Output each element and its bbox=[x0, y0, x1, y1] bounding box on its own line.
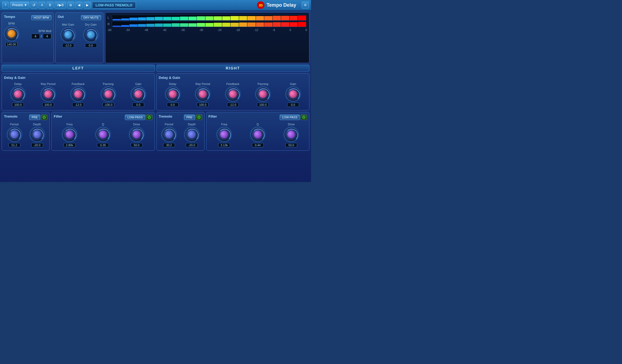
left-tremolo-pre-button[interactable]: PRE bbox=[29, 115, 40, 120]
header-title-area: ꝏ Tempo Delay ≡ bbox=[257, 1, 309, 9]
undo-button[interactable]: ↺ bbox=[30, 2, 37, 9]
bpm-mult-num2[interactable]: 4 bbox=[43, 34, 51, 39]
copy-button[interactable]: ⧉ bbox=[67, 2, 74, 9]
right-drive-inner bbox=[287, 131, 295, 138]
left-q-knob[interactable] bbox=[95, 127, 110, 142]
menu-button[interactable]: ≡ bbox=[302, 2, 309, 9]
left-tremolo-header: Tremolo PRE ⏻ bbox=[4, 114, 47, 120]
right-q-knob[interactable] bbox=[250, 127, 265, 142]
right-filter-type-button[interactable]: LOW-PASS bbox=[280, 115, 300, 120]
left-filter-type-button[interactable]: LOW-PASS bbox=[125, 115, 145, 120]
right-filter-controls: LOW-PASS ⏻ bbox=[280, 115, 307, 120]
left-freq-value: 2.80k bbox=[64, 143, 75, 147]
left-tremolo-controls: PRE ⏻ bbox=[29, 115, 47, 120]
left-depth-label: Depth bbox=[33, 123, 41, 126]
left-delay-knob[interactable] bbox=[10, 87, 25, 102]
right-drive-knob[interactable] bbox=[284, 127, 299, 142]
meter-scale-18: -18 bbox=[236, 29, 240, 32]
presets-button[interactable]: Presets ▼ bbox=[10, 2, 30, 9]
right-tremolo-power-button[interactable]: ⏻ bbox=[196, 115, 202, 120]
left-tremolo-power-button[interactable]: ⏻ bbox=[41, 115, 47, 120]
meter-l-bar bbox=[112, 15, 307, 21]
header-controls: ? Presets ▼ ↺ A B A▶B ⧉ ◀ ▶ LOW-PASS TRE… bbox=[2, 2, 136, 9]
right-tremolo-label: Tremolo bbox=[159, 114, 172, 118]
left-filter-power-button[interactable]: ⏻ bbox=[146, 115, 152, 120]
nav-next-button[interactable]: ▶ bbox=[84, 2, 91, 9]
left-panning-knob[interactable] bbox=[101, 87, 116, 102]
preset-name: LOW-PASS TREMOLO bbox=[92, 2, 136, 9]
left-feedback-inner bbox=[74, 90, 82, 98]
right-channel-header: RIGHT bbox=[156, 65, 310, 72]
ab-copy-button[interactable]: A▶B bbox=[55, 2, 66, 9]
right-delay-inner bbox=[169, 90, 176, 98]
right-delay-gain-section: Delay & Gain Delay 0.0 Rep Period bbox=[156, 73, 310, 110]
wet-gain-container: Wet Gain -12.0 bbox=[61, 23, 76, 48]
right-filter-header: Filter LOW-PASS ⏻ bbox=[209, 114, 307, 120]
help-button[interactable]: ? bbox=[2, 2, 9, 9]
bpm-mult-num1[interactable]: 4 bbox=[31, 34, 40, 39]
right-depth-label: Depth bbox=[188, 123, 195, 126]
left-feedback-container: Feedback -12.0 bbox=[71, 82, 86, 107]
left-q-label: Q bbox=[102, 123, 104, 126]
left-depth-knob[interactable] bbox=[30, 127, 45, 142]
header: ? Presets ▼ ↺ A B A▶B ⧉ ◀ ▶ LOW-PASS TRE… bbox=[0, 0, 311, 11]
meter-display: L bbox=[107, 15, 307, 61]
right-gain-value: 0.0 bbox=[287, 103, 299, 107]
meter-scale-6: -6 bbox=[273, 29, 275, 32]
right-delay-gain-knobs: Delay 0.0 Rep Period 100.0 bbox=[159, 81, 307, 108]
right-rep-period-label: Rep Period bbox=[195, 82, 210, 86]
right-depth-value: -20.0 bbox=[186, 143, 198, 147]
left-drive-knob[interactable] bbox=[129, 127, 144, 142]
ab-button-a[interactable]: A bbox=[39, 2, 45, 9]
left-q-value: 0.35 bbox=[97, 143, 109, 147]
meter-scale: -60 -54 -48 -42 -36 -30 -24 -18 -12 -6 0… bbox=[107, 29, 307, 32]
meter-scale-6pos: 6 bbox=[305, 29, 307, 32]
left-feedback-knob[interactable] bbox=[71, 87, 86, 102]
ab-button-b[interactable]: B bbox=[47, 2, 53, 9]
out-label: Out bbox=[58, 15, 64, 19]
right-rep-period-knob[interactable] bbox=[195, 87, 210, 102]
right-freq-knob[interactable] bbox=[217, 127, 232, 142]
right-tremolo-knobs: Period 30.2 Depth bbox=[159, 122, 202, 148]
dry-mute-button[interactable]: DRY MUTE bbox=[81, 15, 101, 20]
presets-label: Presets bbox=[12, 3, 23, 7]
left-gain-knob[interactable] bbox=[131, 87, 146, 102]
right-feedback-knob[interactable] bbox=[225, 87, 240, 102]
left-feedback-label: Feedback bbox=[72, 82, 85, 86]
right-panning-knob[interactable] bbox=[255, 87, 270, 102]
nav-prev-button[interactable]: ◀ bbox=[75, 2, 83, 9]
left-feedback-value: -12.0 bbox=[72, 103, 84, 107]
right-delay-gain-label: Delay & Gain bbox=[159, 76, 307, 80]
left-period-container: Period 51.2 bbox=[7, 123, 22, 147]
right-gain-label: Gain bbox=[290, 82, 296, 86]
right-gain-knob[interactable] bbox=[286, 87, 301, 102]
right-period-label: Period bbox=[165, 123, 173, 126]
left-gain-container: Gain 0.0 bbox=[131, 82, 146, 107]
right-gain-container: Gain 0.0 bbox=[286, 82, 301, 107]
right-filter-power-button[interactable]: ⏻ bbox=[301, 115, 307, 120]
wet-gain-knob[interactable] bbox=[61, 27, 76, 42]
meter-scale-48: -48 bbox=[144, 29, 148, 32]
bpm-knob[interactable] bbox=[4, 26, 19, 41]
right-channel: RIGHT Delay & Gain Delay 0.0 Rep bbox=[156, 65, 310, 180]
tempo-header: Tempo HOST BPM bbox=[4, 15, 51, 20]
right-delay-knob[interactable] bbox=[165, 87, 180, 102]
left-period-label: Period bbox=[10, 123, 19, 126]
right-period-knob[interactable] bbox=[162, 127, 176, 142]
bpm-knob-inner bbox=[8, 30, 15, 37]
dry-gain-knob[interactable] bbox=[83, 27, 98, 42]
plugin-wrapper: ? Presets ▼ ↺ A B A▶B ⧉ ◀ ▶ LOW-PASS TRE… bbox=[0, 0, 311, 182]
left-delay-inner bbox=[14, 90, 22, 98]
right-tremolo-pre-button[interactable]: PRE bbox=[184, 115, 195, 120]
left-rep-period-knob[interactable] bbox=[41, 87, 56, 102]
right-feedback-value: -12.0 bbox=[227, 103, 239, 107]
right-q-inner bbox=[254, 131, 262, 138]
right-depth-knob[interactable] bbox=[184, 127, 199, 142]
meter-l-row: L bbox=[107, 15, 307, 21]
left-freq-knob[interactable] bbox=[62, 127, 77, 142]
left-freq-label: Freq bbox=[66, 123, 72, 126]
right-q-container: Q 0.44 bbox=[250, 123, 265, 147]
host-bpm-button[interactable]: HOST BPM bbox=[31, 15, 51, 20]
right-rep-period-inner bbox=[199, 90, 206, 98]
left-period-knob[interactable] bbox=[7, 127, 22, 142]
